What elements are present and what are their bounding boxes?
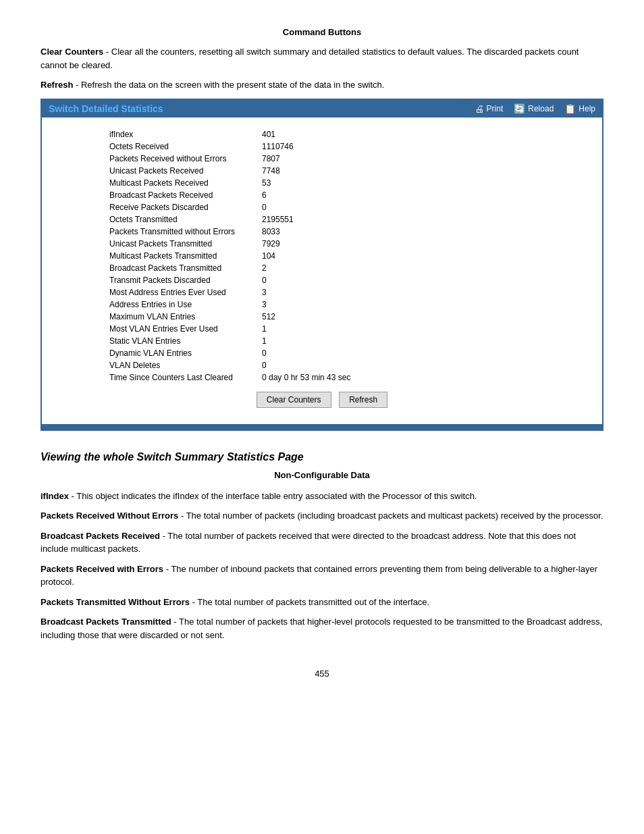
table-row: Transmit Packets Discarded0 xyxy=(55,274,589,286)
stat-label: Broadcast Packets Received xyxy=(55,189,258,201)
help-label: Help xyxy=(579,104,595,113)
para-text: - The total number of packets (including… xyxy=(178,511,603,521)
stat-value: 0 day 0 hr 53 min 43 sec xyxy=(258,371,589,384)
viewing-para: Broadcast Packets Received - The total n… xyxy=(41,529,603,556)
stat-value: 0 xyxy=(258,359,589,371)
viewing-para: ifIndex - This object indicates the ifIn… xyxy=(41,490,603,503)
table-row: Multicast Packets Transmitted104 xyxy=(55,250,589,262)
stat-value: 0 xyxy=(258,274,589,286)
viewing-heading: Viewing the whole Switch Summary Statist… xyxy=(41,451,603,463)
stat-value: 8033 xyxy=(258,226,589,238)
stat-value: 0 xyxy=(258,201,589,213)
viewing-para: Packets Transmitted Without Errors - The… xyxy=(41,596,603,609)
stat-value: 1110746 xyxy=(258,140,589,153)
panel-title: Switch Detailed Statistics xyxy=(49,103,163,114)
stat-label: Time Since Counters Last Cleared xyxy=(55,371,258,384)
command-buttons-title: Command Buttons xyxy=(41,27,603,37)
non-configurable-heading: Non-Configurable Data xyxy=(41,470,603,480)
table-row: Unicast Packets Received7748 xyxy=(55,165,589,177)
reload-label: Reload xyxy=(528,104,554,113)
stat-label: Broadcast Packets Transmitted xyxy=(55,262,258,274)
stat-label: VLAN Deletes xyxy=(55,359,258,371)
command-buttons-section: Command Buttons Clear Counters - Clear a… xyxy=(41,27,603,92)
table-row: Address Entries in Use3 xyxy=(55,298,589,311)
help-button[interactable]: 📋 Help xyxy=(564,103,595,114)
print-button[interactable]: 🖨 Print xyxy=(475,103,504,114)
stat-label: Unicast Packets Received xyxy=(55,165,258,177)
table-row: Packets Received without Errors7807 xyxy=(55,153,589,165)
table-row: Most Address Entries Ever Used3 xyxy=(55,286,589,298)
para-text: - This object indicates the ifIndex of t… xyxy=(69,491,477,501)
table-row: Octets Received1110746 xyxy=(55,140,589,153)
viewing-section: Viewing the whole Switch Summary Statist… xyxy=(41,451,603,642)
stat-value: 0 xyxy=(258,347,589,359)
para-bold: Broadcast Packets Received xyxy=(41,531,160,541)
stat-label: ifIndex xyxy=(55,128,258,140)
stat-value: 3 xyxy=(258,298,589,311)
help-icon: 📋 xyxy=(564,103,576,114)
stat-label: Octets Received xyxy=(55,140,258,153)
reload-button[interactable]: 🔄 Reload xyxy=(514,103,554,114)
table-row: Unicast Packets Transmitted7929 xyxy=(55,238,589,250)
stat-label: Unicast Packets Transmitted xyxy=(55,238,258,250)
stat-value: 1 xyxy=(258,323,589,335)
stat-value: 53 xyxy=(258,177,589,189)
stat-value: 7807 xyxy=(258,153,589,165)
table-row: Most VLAN Entries Ever Used1 xyxy=(55,323,589,335)
table-row: Dynamic VLAN Entries0 xyxy=(55,347,589,359)
para-text: - The total number of packets transmitte… xyxy=(190,597,429,607)
stat-label: Address Entries in Use xyxy=(55,298,258,311)
stat-label: Static VLAN Entries xyxy=(55,335,258,347)
table-row: Maximum VLAN Entries512 xyxy=(55,311,589,323)
button-row: Clear Counters Refresh xyxy=(55,384,589,413)
viewing-paragraphs: ifIndex - This object indicates the ifIn… xyxy=(41,490,603,642)
stat-label: Octets Transmitted xyxy=(55,213,258,226)
table-row: Broadcast Packets Received6 xyxy=(55,189,589,201)
panel-body: ifIndex401Octets Received1110746Packets … xyxy=(42,118,602,424)
page-number: 455 xyxy=(41,669,603,679)
switch-detailed-statistics-panel: Switch Detailed Statistics 🖨 Print 🔄 Rel… xyxy=(41,99,603,431)
stat-value: 7929 xyxy=(258,238,589,250)
stat-value: 2 xyxy=(258,262,589,274)
stat-value: 2195551 xyxy=(258,213,589,226)
stat-value: 1 xyxy=(258,335,589,347)
viewing-para: Packets Received with Errors - The numbe… xyxy=(41,563,603,589)
table-row: Broadcast Packets Transmitted2 xyxy=(55,262,589,274)
stat-label: Dynamic VLAN Entries xyxy=(55,347,258,359)
para-bold: Packets Received with Errors xyxy=(41,564,163,574)
stats-table: ifIndex401Octets Received1110746Packets … xyxy=(55,128,589,384)
stat-value: 512 xyxy=(258,311,589,323)
refresh-para: Refresh - Refresh the data on the screen… xyxy=(41,78,603,92)
stat-label: Multicast Packets Received xyxy=(55,177,258,189)
stat-value: 6 xyxy=(258,189,589,201)
stat-label: Multicast Packets Transmitted xyxy=(55,250,258,262)
table-row: ifIndex401 xyxy=(55,128,589,140)
table-row: Receive Packets Discarded0 xyxy=(55,201,589,213)
clear-counters-label: Clear Counters xyxy=(41,47,103,57)
para-bold: Broadcast Packets Transmitted xyxy=(41,617,171,627)
refresh-button[interactable]: Refresh xyxy=(339,392,387,408)
stat-label: Transmit Packets Discarded xyxy=(55,274,258,286)
refresh-desc: - Refresh the data on the screen with th… xyxy=(73,80,384,90)
refresh-label: Refresh xyxy=(41,80,73,90)
stat-label: Maximum VLAN Entries xyxy=(55,311,258,323)
panel-actions: 🖨 Print 🔄 Reload 📋 Help xyxy=(475,103,595,114)
stat-label: Receive Packets Discarded xyxy=(55,201,258,213)
clear-counters-button[interactable]: Clear Counters xyxy=(257,392,331,408)
stat-label: Packets Transmitted without Errors xyxy=(55,226,258,238)
print-label: Print xyxy=(487,104,504,113)
viewing-para: Broadcast Packets Transmitted - The tota… xyxy=(41,615,603,642)
panel-header: Switch Detailed Statistics 🖨 Print 🔄 Rel… xyxy=(42,100,602,118)
table-row: Static VLAN Entries1 xyxy=(55,335,589,347)
para-bold: Packets Transmitted Without Errors xyxy=(41,597,190,607)
stat-label: Most VLAN Entries Ever Used xyxy=(55,323,258,335)
clear-counters-desc: - Clear all the counters, resetting all … xyxy=(41,47,579,70)
panel-footer xyxy=(42,424,602,429)
viewing-para: Packets Received Without Errors - The to… xyxy=(41,509,603,523)
stat-value: 3 xyxy=(258,286,589,298)
clear-counters-para: Clear Counters - Clear all the counters,… xyxy=(41,45,603,72)
stat-value: 7748 xyxy=(258,165,589,177)
reload-icon: 🔄 xyxy=(514,103,525,114)
stat-value: 401 xyxy=(258,128,589,140)
para-bold: Packets Received Without Errors xyxy=(41,511,178,521)
